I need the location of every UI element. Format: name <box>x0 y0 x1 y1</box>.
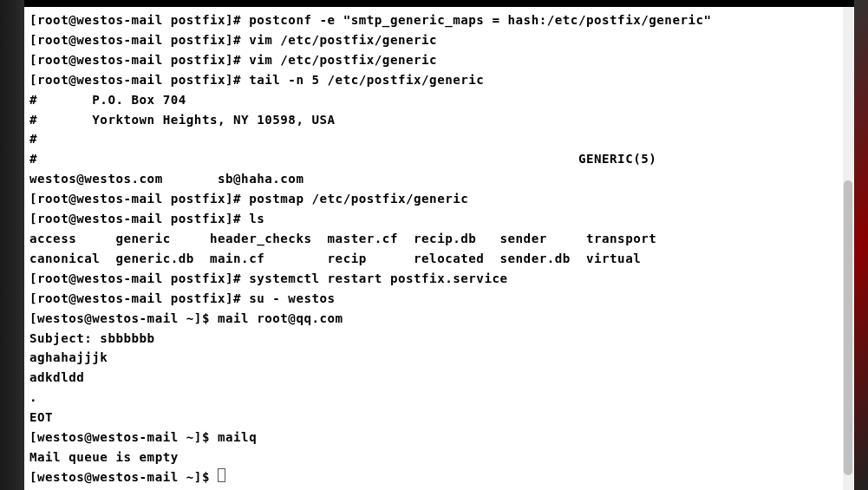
terminal-prompt-line: [westos@westos-mail ~]$ <box>29 467 849 487</box>
terminal-line: . <box>29 388 849 408</box>
terminal-line: [root@westos-mail postfix]# su - westos <box>29 289 849 309</box>
terminal-line: westos@westos.com sb@haha.com <box>29 169 849 189</box>
terminal-line: [root@westos-mail postfix]# vim /etc/pos… <box>29 30 849 50</box>
terminal-line: # Yorktown Heights, NY 10598, USA <box>29 110 849 130</box>
terminal-line: Mail queue is empty <box>29 448 849 467</box>
terminal-line: [root@westos-mail postfix]# vim /etc/pos… <box>29 50 849 70</box>
scrollbar-thumb[interactable] <box>844 180 852 475</box>
terminal-line: # GENERIC(5) <box>29 149 849 169</box>
terminal-line: Subject: sbbbbbb <box>29 329 849 349</box>
terminal-line: # P.O. Box 704 <box>29 90 849 110</box>
terminal-cursor <box>218 468 225 482</box>
terminal-line: # <box>29 129 849 149</box>
terminal-line: [root@westos-mail postfix]# postconf -e … <box>29 10 849 30</box>
terminal-line: [root@westos-mail postfix]# tail -n 5 /e… <box>29 70 849 90</box>
terminal-line: [westos@westos-mail ~]$ mailq <box>29 428 849 448</box>
terminal-scrollbar[interactable] <box>843 7 853 490</box>
terminal-line: [root@westos-mail postfix]# ls <box>29 209 849 229</box>
terminal-line: [root@westos-mail postfix]# systemctl re… <box>29 269 849 289</box>
terminal-line: access generic header_checks master.cf r… <box>29 229 849 249</box>
terminal-line: EOT <box>29 408 849 428</box>
terminal-prompt: [westos@westos-mail ~]$ <box>29 470 218 484</box>
terminal-line: canonical generic.db main.cf recip reloc… <box>29 249 849 269</box>
terminal-line: [root@westos-mail postfix]# postmap /etc… <box>29 189 849 209</box>
terminal-line: aghahajjjk <box>29 348 849 368</box>
terminal-line: adkdldd <box>29 368 849 388</box>
window-frame-left <box>0 0 24 490</box>
window-frame-right <box>854 0 868 490</box>
terminal-line: [westos@westos-mail ~]$ mail root@qq.com <box>29 309 849 329</box>
terminal-output-area[interactable]: [root@westos-mail postfix]# postconf -e … <box>24 7 854 490</box>
